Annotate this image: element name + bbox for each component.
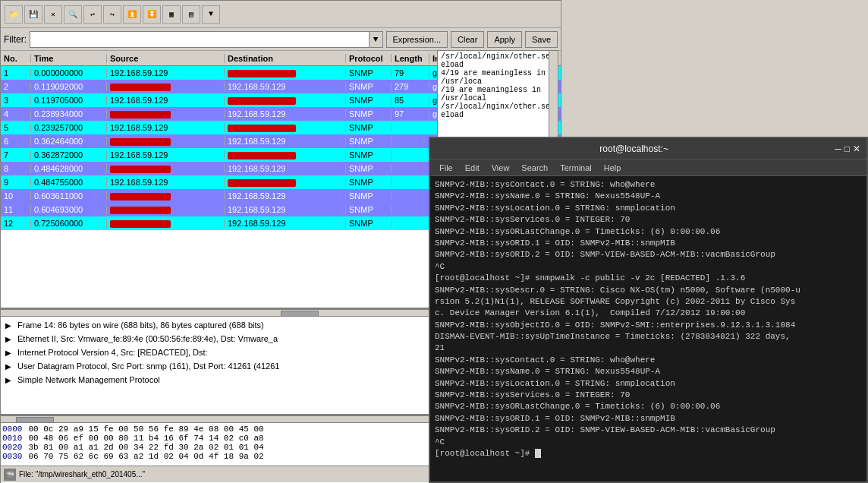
toolbar: 📁 💾 ✕ 🔍 ↩ ↪ ⏫ ⏬ ▦ ▤ ▼	[1, 1, 561, 28]
expand-icon[interactable]: ▶	[5, 335, 14, 343]
packet-protocol: SNMP	[346, 164, 392, 173]
expand-icon[interactable]: ▶	[5, 349, 14, 357]
packet-no: 11	[1, 205, 31, 214]
toolbar-icon-forward[interactable]: ↪	[103, 5, 121, 24]
list-item: SNMPv2-MIB::sysORID.1 = OID: SNMPv2-MIB:…	[435, 413, 862, 425]
list-item: c. Device Manager Version 6.1(1), Compil…	[435, 308, 862, 319]
expand-icon[interactable]: ▶	[5, 362, 14, 371]
expand-icon[interactable]: ▶	[5, 376, 14, 384]
list-item: ^C	[435, 437, 862, 448]
packet-protocol: SNMP	[346, 178, 392, 187]
detail-text: Frame 14: 86 bytes on wire (688 bits), 8…	[17, 320, 264, 330]
packet-source: 192.168.59.129	[107, 68, 225, 77]
toolbar-icon-8[interactable]: ▤	[182, 5, 200, 24]
terminal-menu-item[interactable]: File	[433, 163, 459, 172]
packet-no: 6	[1, 137, 31, 146]
toolbar-icon-4[interactable]: 🔍	[64, 5, 82, 24]
list-item: SNMPv2-MIB::sysORLastChange.0 = Timetick…	[435, 401, 862, 412]
terminal-menu-item[interactable]: Terminal	[554, 163, 598, 172]
packet-dest: 192.168.59.129	[225, 191, 346, 200]
apply-button[interactable]: Apply	[487, 31, 522, 48]
terminal-minimize[interactable]: ─	[835, 144, 841, 154]
packet-protocol: SNMP	[346, 137, 392, 146]
filter-dropdown-btn[interactable]: ▼	[370, 31, 383, 48]
clear-button[interactable]: Clear	[451, 31, 484, 48]
toolbar-icon-2[interactable]: 💾	[24, 5, 42, 24]
list-item: DISMAN-EVENT-MIB::sysUpTimeInstance = Ti…	[435, 331, 862, 343]
packet-dest: 192.168.59.129	[225, 164, 346, 173]
terminal-menu-item[interactable]: Help	[598, 163, 627, 172]
packet-source	[107, 137, 225, 146]
toolbar-icon-7[interactable]: ▦	[162, 5, 181, 24]
toolbar-icon-5[interactable]: ⏫	[123, 5, 141, 24]
list-item: /19 are meaningless in /usr/local	[441, 86, 550, 103]
packet-source: 192.168.59.129	[107, 178, 225, 187]
packet-time: 0.603611000	[31, 191, 107, 200]
list-item: 21	[435, 343, 862, 354]
toolbar-icon-1[interactable]: 📁	[5, 5, 23, 24]
hex-offset: 0010	[2, 434, 22, 443]
packet-protocol: SNMP	[346, 96, 392, 105]
packet-source	[107, 164, 225, 173]
detail-text: User Datagram Protocol, Src Port: snmp (…	[17, 361, 279, 371]
packet-protocol: SNMP	[346, 82, 392, 91]
toolbar-icon-6[interactable]: ⏬	[143, 5, 161, 24]
packet-source	[107, 191, 225, 200]
list-item: [root@localhost ~]#	[435, 448, 862, 459]
col-header-no: No.	[1, 54, 31, 63]
packet-time: 0.362464000	[31, 137, 107, 146]
ws-info-text: /sr/local/nginx/other.server:3eload4/19 …	[438, 51, 553, 121]
packet-time: 0.484628000	[31, 164, 107, 173]
list-item: SNMPv2-MIB::sysORID.1 = OID: SNMPv2-MIB:…	[435, 238, 862, 249]
detail-text: Simple Network Management Protocol	[17, 375, 160, 384]
terminal-maximize[interactable]: □	[844, 144, 850, 154]
terminal-menu-item[interactable]: View	[486, 163, 516, 172]
list-item: 4/19 are meaningless in /usr/loca	[441, 69, 550, 86]
list-item: /sr/local/nginx/other.server:3	[441, 52, 550, 61]
terminal-menu-item[interactable]: Edit	[459, 163, 486, 172]
toolbar-icon-3[interactable]: ✕	[44, 5, 62, 24]
packet-time: 0.000000000	[31, 68, 107, 77]
detail-text: Internet Protocol Version 4, Src: [REDAC…	[17, 348, 208, 357]
packet-time: 0.119705000	[31, 96, 107, 105]
hex-bytes: 06 70 75 62 6c 69 63 a2 1d 02 04 0d 4f 1…	[28, 452, 467, 461]
save-button[interactable]: Save	[525, 31, 558, 48]
packet-length: 97	[392, 109, 429, 118]
packet-no: 4	[1, 109, 31, 118]
packet-time: 0.725060000	[31, 219, 107, 228]
list-item: SNMPv2-MIB::sysObjectID.0 = OID: SNMPv2-…	[435, 320, 862, 331]
filter-bar: Filter: ▼ Expression... Clear Apply Save	[1, 28, 561, 51]
packet-dest	[225, 96, 346, 105]
terminal-window: root@localhost:~ ─ □ ✕ FileEditViewSearc…	[429, 137, 868, 483]
packet-length: 79	[392, 68, 429, 77]
hex-bytes: 00 48 06 ef 00 00 80 11 b4 16 6f 74 14 0…	[28, 434, 467, 443]
list-item: [root@localhost ~]# snmpwalk -c public -…	[435, 273, 862, 284]
terminal-close[interactable]: ✕	[853, 144, 860, 154]
expand-icon[interactable]: ▶	[5, 321, 14, 330]
toolbar-icon-more[interactable]: ▼	[202, 5, 220, 24]
col-header-protocol: Protocol	[346, 54, 392, 63]
expression-button[interactable]: Expression...	[386, 31, 448, 48]
packet-source	[107, 109, 225, 118]
packet-no: 1	[1, 68, 31, 77]
packet-dest: 192.168.59.129	[225, 109, 346, 118]
packet-source	[107, 205, 225, 214]
terminal-content[interactable]: SNMPv2-MIB::sysContact.0 = STRING: who@w…	[430, 176, 866, 481]
terminal-cursor	[535, 449, 541, 458]
packet-source: 192.168.59.129	[107, 96, 225, 105]
list-item: SNMPv2-MIB::sysServices.0 = INTEGER: 70	[435, 214, 862, 226]
hex-offset: 0030	[2, 452, 22, 461]
toolbar-icon-reload[interactable]: ↩	[83, 5, 102, 24]
terminal-titlebar: root@localhost:~ ─ □ ✕	[430, 138, 866, 159]
list-item: SNMPv2-MIB::sysLocation.0 = STRING: snmp…	[435, 378, 862, 390]
packet-no: 12	[1, 219, 31, 228]
filter-input[interactable]	[30, 31, 370, 48]
packet-time: 0.362872000	[31, 150, 107, 159]
hex-offset: 0020	[2, 443, 22, 452]
terminal-menu-item[interactable]: Search	[515, 163, 554, 172]
packet-no: 2	[1, 82, 31, 91]
hex-offset: 0000	[2, 425, 22, 434]
packet-protocol: SNMP	[346, 205, 392, 214]
list-item: ^C	[435, 261, 862, 273]
packet-source: 192.168.59.129	[107, 123, 225, 132]
